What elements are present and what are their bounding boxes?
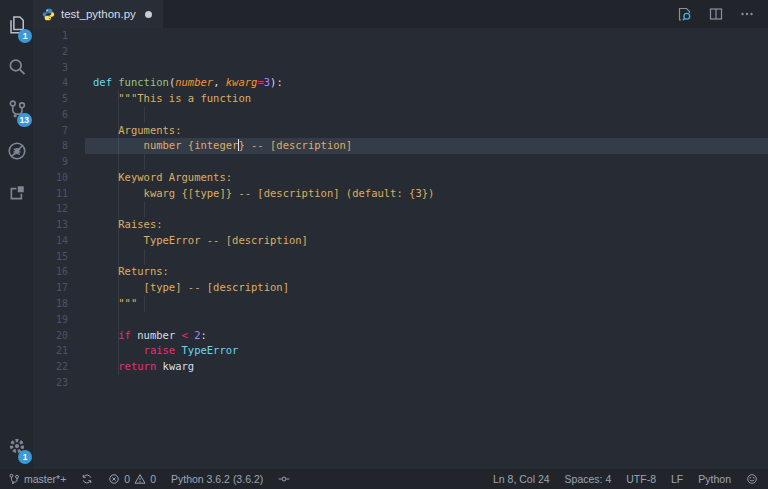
status-encoding[interactable]: UTF-8 bbox=[626, 473, 656, 485]
modified-dot-icon[interactable] bbox=[145, 11, 152, 18]
error-icon bbox=[108, 473, 120, 485]
vscode-window: 1131 test_python.py 1234def function(num… bbox=[0, 0, 768, 489]
status-problems[interactable]: 00 bbox=[108, 473, 156, 485]
status-cursor-position[interactable]: Ln 8, Col 24 bbox=[493, 473, 550, 485]
line-number[interactable]: 7 bbox=[33, 123, 85, 139]
status-git-branch-label: master*+ bbox=[24, 473, 66, 485]
line-number[interactable]: 21 bbox=[33, 343, 85, 359]
code-line-content: TypeError -- [description] bbox=[85, 233, 768, 249]
code-line[interactable]: 6 bbox=[33, 107, 768, 123]
line-number[interactable]: 10 bbox=[33, 170, 85, 186]
line-number[interactable]: 5 bbox=[33, 91, 85, 107]
code-line-content: raise TypeError bbox=[85, 343, 768, 359]
code-line-content bbox=[85, 375, 768, 391]
code-line[interactable]: 5 """This is a function bbox=[33, 91, 768, 107]
status-language-mode-label: Python bbox=[698, 473, 731, 485]
code-line[interactable]: 21 raise TypeError bbox=[33, 343, 768, 359]
status-eol[interactable]: LF bbox=[671, 473, 683, 485]
code-line[interactable]: 8 number {integer} -- [description] bbox=[33, 138, 768, 154]
activity-item-explorer[interactable]: 1 bbox=[0, 4, 33, 46]
code-line[interactable]: 11 kwarg {[type]} -- [description] (defa… bbox=[33, 186, 768, 202]
python-file-icon bbox=[42, 8, 55, 21]
line-number[interactable]: 4 bbox=[33, 75, 85, 91]
code-line[interactable]: 13 Raises: bbox=[33, 217, 768, 233]
code-line[interactable]: 10 Keyword Arguments: bbox=[33, 170, 768, 186]
status-bar-left: master*+00Python 3.6.2 (3.6.2) bbox=[8, 473, 290, 485]
code-line[interactable]: 23 bbox=[33, 375, 768, 391]
code-token: TypeError -- [description] bbox=[93, 234, 308, 246]
line-number[interactable]: 6 bbox=[33, 107, 85, 123]
warning-icon bbox=[134, 473, 146, 485]
code-line[interactable]: 19 bbox=[33, 312, 768, 328]
code-line[interactable]: 16 Returns: bbox=[33, 264, 768, 280]
code-token bbox=[93, 329, 118, 341]
line-number[interactable]: 18 bbox=[33, 296, 85, 312]
code-token bbox=[93, 344, 144, 356]
status-connector[interactable] bbox=[278, 473, 290, 485]
code-line[interactable]: 20 if number < 2: bbox=[33, 328, 768, 344]
code-line[interactable]: 3 bbox=[33, 60, 768, 76]
sync-icon bbox=[81, 473, 93, 485]
activity-item-source-control[interactable]: 13 bbox=[0, 88, 33, 130]
line-number[interactable]: 13 bbox=[33, 217, 85, 233]
code-line[interactable]: 14 TypeError -- [description] bbox=[33, 233, 768, 249]
activity-item-debug[interactable] bbox=[0, 130, 33, 172]
line-number[interactable]: 14 bbox=[33, 233, 85, 249]
status-cursor-position-label: Ln 8, Col 24 bbox=[493, 473, 550, 485]
line-number[interactable]: 20 bbox=[33, 328, 85, 344]
line-number[interactable]: 12 bbox=[33, 201, 85, 217]
line-number[interactable]: 11 bbox=[33, 186, 85, 202]
status-sync[interactable] bbox=[81, 473, 93, 485]
code-token: [type] -- [description] bbox=[93, 281, 289, 293]
activity-item-extensions[interactable] bbox=[0, 172, 33, 214]
line-number[interactable]: 15 bbox=[33, 249, 85, 265]
code-token: Returns: bbox=[93, 265, 169, 277]
line-number[interactable]: 9 bbox=[33, 154, 85, 170]
code-token: kwarg bbox=[226, 76, 258, 88]
code-line-content bbox=[85, 201, 768, 217]
settings-badge: 1 bbox=[18, 450, 32, 464]
status-indentation[interactable]: Spaces: 4 bbox=[565, 473, 612, 485]
code-line[interactable]: 12 bbox=[33, 201, 768, 217]
code-token: """This is a function bbox=[93, 92, 251, 104]
code-line[interactable]: 9 bbox=[33, 154, 768, 170]
status-git-branch[interactable]: master*+ bbox=[8, 473, 66, 485]
code-line[interactable]: 17 [type] -- [description] bbox=[33, 280, 768, 296]
status-language-mode[interactable]: Python bbox=[698, 473, 731, 485]
code-line[interactable]: 7 Arguments: bbox=[33, 123, 768, 139]
open-changes-button[interactable] bbox=[677, 6, 693, 22]
line-number[interactable]: 16 bbox=[33, 264, 85, 280]
code-editor[interactable]: 1234def function(number, kwarg=3):5 """T… bbox=[33, 28, 768, 469]
line-number[interactable]: 17 bbox=[33, 280, 85, 296]
status-python-interpreter[interactable]: Python 3.6.2 (3.6.2) bbox=[171, 473, 263, 485]
editor-actions bbox=[677, 0, 768, 28]
code-line[interactable]: 18 """ bbox=[33, 296, 768, 312]
code-token bbox=[93, 360, 118, 372]
line-number[interactable]: 2 bbox=[33, 44, 85, 60]
code-line[interactable]: 1 bbox=[33, 28, 768, 44]
code-line[interactable]: 22 return kwarg bbox=[33, 359, 768, 375]
line-number[interactable]: 1 bbox=[33, 28, 85, 44]
status-bar-right: Ln 8, Col 24Spaces: 4UTF-8LFPython bbox=[493, 473, 758, 485]
source-control-badge: 13 bbox=[17, 113, 32, 127]
activity-item-search[interactable] bbox=[0, 46, 33, 88]
activity-item-settings[interactable]: 1 bbox=[0, 425, 33, 467]
code-line[interactable]: 4def function(number, kwarg=3): bbox=[33, 75, 768, 91]
branch-icon bbox=[8, 473, 20, 485]
code-line-content: """ bbox=[85, 296, 768, 312]
code-line[interactable]: 2 bbox=[33, 44, 768, 60]
tab-test-python-py[interactable]: test_python.py bbox=[33, 0, 163, 28]
code-lines: 1234def function(number, kwarg=3):5 """T… bbox=[33, 28, 768, 391]
more-actions-button[interactable] bbox=[739, 6, 755, 22]
line-number[interactable]: 19 bbox=[33, 312, 85, 328]
code-line-content bbox=[85, 154, 768, 170]
code-line-content bbox=[85, 60, 768, 76]
line-number[interactable]: 23 bbox=[33, 375, 85, 391]
status-feedback[interactable] bbox=[746, 473, 758, 485]
split-editor-button[interactable] bbox=[708, 6, 724, 22]
line-number[interactable]: 8 bbox=[33, 138, 85, 154]
line-number[interactable]: 3 bbox=[33, 60, 85, 76]
line-number[interactable]: 22 bbox=[33, 359, 85, 375]
code-line-content: number {integer} -- [description] bbox=[85, 138, 768, 154]
code-line[interactable]: 15 bbox=[33, 249, 768, 265]
